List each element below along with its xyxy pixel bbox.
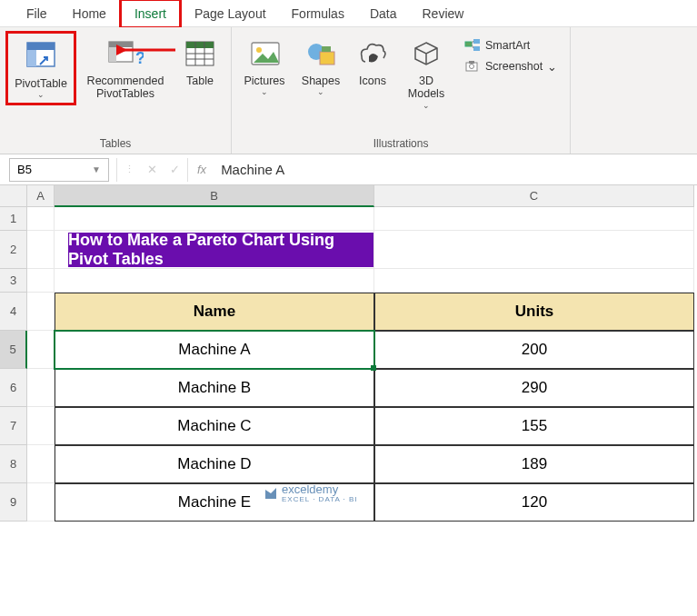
chevron-down-icon: ⌄ <box>547 60 557 74</box>
cell-b7[interactable]: Machine C <box>55 407 374 445</box>
row-header-3[interactable]: 3 <box>0 269 27 293</box>
worksheet: A B C 1 2 How to Make a Pareto Chart Usi… <box>0 185 697 522</box>
row-header-2[interactable]: 2 <box>0 231 27 269</box>
row-header-6[interactable]: 6 <box>0 369 27 407</box>
row-header-9[interactable]: 9 <box>0 483 27 522</box>
enter-icon[interactable]: ✓ <box>170 163 180 176</box>
watermark: exceldemy EXCEL · DATA · BI <box>264 482 358 503</box>
tab-data[interactable]: Data <box>357 1 410 26</box>
tab-file[interactable]: File <box>14 1 60 26</box>
3d-models-icon <box>410 35 443 73</box>
tab-formulas[interactable]: Formulas <box>279 1 357 26</box>
tab-review[interactable]: Review <box>410 1 477 26</box>
cell-c4[interactable]: Units <box>374 293 694 331</box>
row-7: 7 Machine C 155 <box>0 407 697 445</box>
shapes-label: Shapes <box>302 75 340 87</box>
cell-b8[interactable]: Machine D <box>55 445 374 483</box>
icons-icon <box>356 35 389 73</box>
watermark-icon <box>264 486 278 501</box>
cell-a2[interactable] <box>27 231 55 269</box>
select-all-corner[interactable] <box>0 185 27 207</box>
col-header-b[interactable]: B <box>55 185 374 207</box>
pivot-table-label: PivotTable <box>15 77 67 90</box>
screenshot-label: Screenshot <box>485 60 543 73</box>
smartart-button[interactable]: SmartArt <box>461 36 561 55</box>
svg-rect-6 <box>109 47 116 62</box>
pictures-label: Pictures <box>244 75 284 87</box>
cell-c5[interactable]: 200 <box>374 331 694 369</box>
cell-c8[interactable]: 189 <box>374 445 694 483</box>
cell-b3[interactable] <box>55 269 374 293</box>
annotation-arrow <box>116 42 180 58</box>
cell-c7[interactable]: 155 <box>374 407 694 445</box>
cell-b1[interactable] <box>55 207 374 231</box>
svg-rect-21 <box>473 46 480 51</box>
svg-rect-24 <box>469 61 474 64</box>
pictures-icon <box>246 35 283 73</box>
cell-c3[interactable] <box>374 269 694 293</box>
screenshot-button[interactable]: Screenshot ⌄ <box>461 57 561 75</box>
formula-value[interactable]: Machine A <box>215 162 284 177</box>
chevron-down-icon: ▼ <box>92 164 101 174</box>
name-box-value: B5 <box>17 163 32 176</box>
tab-insert[interactable]: Insert <box>119 0 182 29</box>
row-3: 3 <box>0 269 697 293</box>
table-button[interactable]: Table <box>174 31 225 91</box>
svg-rect-20 <box>473 39 480 44</box>
chevron-down-icon: ⌄ <box>261 87 268 96</box>
row-header-8[interactable]: 8 <box>0 445 27 483</box>
pivot-table-icon <box>24 37 58 75</box>
ribbon: PivotTable ⌄ ? Recommended PivotTables T… <box>0 27 697 154</box>
cell-a3[interactable] <box>27 269 55 293</box>
svg-rect-3 <box>27 50 36 66</box>
chevron-down-icon: ⌄ <box>317 87 324 96</box>
tab-home[interactable]: Home <box>60 1 119 26</box>
watermark-tagline: EXCEL · DATA · BI <box>282 496 358 503</box>
cell-a6[interactable] <box>27 369 55 407</box>
name-box[interactable]: B5 ▼ <box>9 158 109 182</box>
cell-a7[interactable] <box>27 407 55 445</box>
fill-handle[interactable] <box>371 365 376 371</box>
shapes-icon <box>304 35 338 73</box>
formula-bar-buttons: ⋮ ✕ ✓ <box>116 158 188 182</box>
fx-icon[interactable]: fx <box>188 163 215 176</box>
cell-c9[interactable]: 120 <box>374 483 694 522</box>
3d-models-button[interactable]: 3D Models ⌄ <box>399 31 453 114</box>
cell-b4[interactable]: Name <box>55 293 374 331</box>
group-illustrations: Pictures ⌄ Shapes ⌄ Icons 3D Mo <box>232 27 571 154</box>
svg-rect-17 <box>320 52 334 65</box>
pivot-table-button[interactable]: PivotTable ⌄ <box>5 31 76 105</box>
group-tables-label: Tables <box>100 135 132 152</box>
row-4: 4 Name Units <box>0 293 697 331</box>
table-label: Table <box>186 75 214 87</box>
row-header-1[interactable]: 1 <box>0 207 27 231</box>
cell-a9[interactable] <box>27 483 55 522</box>
col-header-c[interactable]: C <box>374 185 694 207</box>
row-header-5[interactable]: 5 <box>0 331 27 369</box>
cell-b2[interactable]: How to Make a Pareto Chart Using Pivot T… <box>55 231 374 269</box>
cell-a4[interactable] <box>27 293 55 331</box>
cancel-icon[interactable]: ✕ <box>147 163 157 176</box>
col-header-a[interactable]: A <box>27 185 55 207</box>
title-banner: How to Make a Pareto Chart Using Pivot T… <box>68 233 373 267</box>
cell-a1[interactable] <box>27 207 55 231</box>
shapes-button[interactable]: Shapes ⌄ <box>295 31 346 100</box>
tab-page-layout[interactable]: Page Layout <box>182 1 279 26</box>
cell-a5[interactable] <box>27 331 55 369</box>
cell-a8[interactable] <box>27 445 55 483</box>
svg-rect-18 <box>322 46 331 52</box>
recommended-pivot-label: Recommended PivotTables <box>87 75 164 101</box>
pictures-button[interactable]: Pictures ⌄ <box>237 31 292 100</box>
svg-point-15 <box>256 47 262 53</box>
row-1: 1 <box>0 207 697 231</box>
cell-c2[interactable] <box>374 231 694 269</box>
cell-c1[interactable] <box>374 207 694 231</box>
chevron-down-icon: ⌄ <box>37 90 45 99</box>
icons-button[interactable]: Icons <box>350 31 395 91</box>
cell-b5[interactable]: Machine A <box>55 331 374 369</box>
row-header-7[interactable]: 7 <box>0 407 27 445</box>
group-illustrations-label: Illustrations <box>373 135 429 152</box>
cell-b6[interactable]: Machine B <box>55 369 374 407</box>
row-header-4[interactable]: 4 <box>0 293 27 331</box>
cell-c6[interactable]: 290 <box>374 369 694 407</box>
